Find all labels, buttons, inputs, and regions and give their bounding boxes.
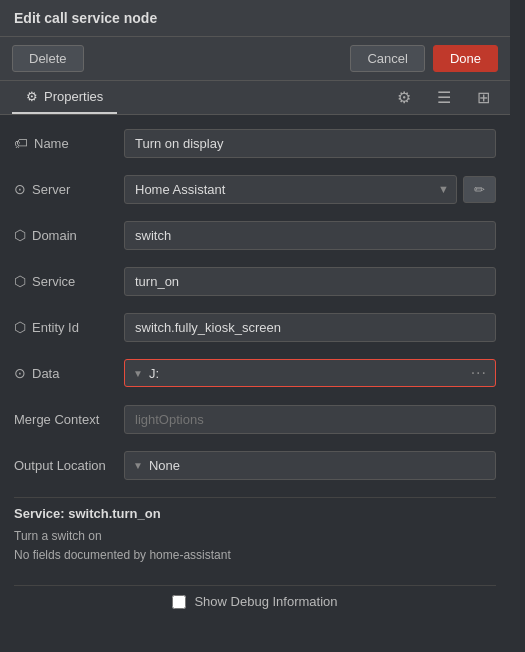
debug-row: Show Debug Information: [14, 585, 496, 609]
entity-icon: ⬡: [14, 319, 26, 335]
data-options-icon[interactable]: ···: [471, 364, 487, 382]
panel: Edit call service node Delete Cancel Don…: [0, 0, 510, 652]
tabs-row: ⚙ Properties ⚙ ☰ ⊞: [0, 81, 510, 115]
server-select-wrapper: Home Assistant ▼: [124, 175, 457, 204]
data-row: ⊙ Data ▼ J: ···: [14, 355, 496, 391]
service-row: ⬡ Service: [14, 263, 496, 299]
merge-context-row: Merge Context: [14, 401, 496, 437]
output-location-value: None: [149, 456, 487, 475]
service-desc-line1: Turn a switch on: [14, 527, 496, 546]
tab-properties[interactable]: ⚙ Properties: [12, 81, 117, 114]
tab-icons: ⚙ ☰ ⊞: [389, 82, 498, 113]
service-label: ⬡ Service: [14, 273, 124, 289]
output-location-label: Output Location: [14, 458, 124, 473]
name-label: 🏷 Name: [14, 135, 124, 151]
merge-context-label: Merge Context: [14, 412, 124, 427]
domain-input[interactable]: [124, 221, 496, 250]
service-info-desc: Turn a switch on No fields documented by…: [14, 527, 496, 565]
server-select[interactable]: Home Assistant: [124, 175, 457, 204]
debug-checkbox[interactable]: [172, 595, 186, 609]
cancel-button[interactable]: Cancel: [350, 45, 424, 72]
cube-icon: ⬡: [14, 227, 26, 243]
gear-icon: ⚙: [26, 89, 38, 104]
domain-label: ⬡ Domain: [14, 227, 124, 243]
tag-icon: 🏷: [14, 135, 28, 151]
name-row: 🏷 Name: [14, 125, 496, 161]
data-label: ⊙ Data: [14, 365, 124, 381]
output-location-row: Output Location ▼ None: [14, 447, 496, 483]
service-icon: ⬡: [14, 273, 26, 289]
data-type-label: J:: [149, 366, 471, 381]
settings-icon[interactable]: ⚙: [389, 82, 419, 113]
entity-id-row: ⬡ Entity Id: [14, 309, 496, 345]
merge-context-input[interactable]: [124, 405, 496, 434]
delete-button[interactable]: Delete: [12, 45, 84, 72]
domain-row: ⬡ Domain: [14, 217, 496, 253]
output-select-wrapper: ▼ None: [124, 451, 496, 480]
entity-id-label: ⬡ Entity Id: [14, 319, 124, 335]
title-bar: Edit call service node: [0, 0, 510, 37]
name-input[interactable]: [124, 129, 496, 158]
done-button[interactable]: Done: [433, 45, 498, 72]
data-icon: ⊙: [14, 365, 26, 381]
entity-id-input[interactable]: [124, 313, 496, 342]
grid-icon[interactable]: ⊞: [469, 82, 498, 113]
data-type-caret: ▼: [133, 368, 143, 379]
output-type-caret: ▼: [133, 460, 143, 471]
server-row: ⊙ Server Home Assistant ▼ ✏: [14, 171, 496, 207]
service-info: Service: switch.turn_on Turn a switch on…: [14, 497, 496, 573]
form-content: 🏷 Name ⊙ Server Home Assistant ▼ ✏ ⬡: [0, 115, 510, 652]
service-input[interactable]: [124, 267, 496, 296]
list-icon[interactable]: ☰: [429, 82, 459, 113]
edit-icon[interactable]: ✏: [463, 176, 496, 203]
button-row: Delete Cancel Done: [0, 37, 510, 81]
server-icon: ⊙: [14, 181, 26, 197]
debug-label[interactable]: Show Debug Information: [194, 594, 337, 609]
data-input-wrapper: ▼ J: ···: [124, 359, 496, 387]
service-desc-line2: No fields documented by home-assistant: [14, 546, 496, 565]
dialog-title: Edit call service node: [14, 10, 157, 26]
service-info-title: Service: switch.turn_on: [14, 506, 496, 521]
tab-properties-label: Properties: [44, 89, 103, 104]
server-label: ⊙ Server: [14, 181, 124, 197]
